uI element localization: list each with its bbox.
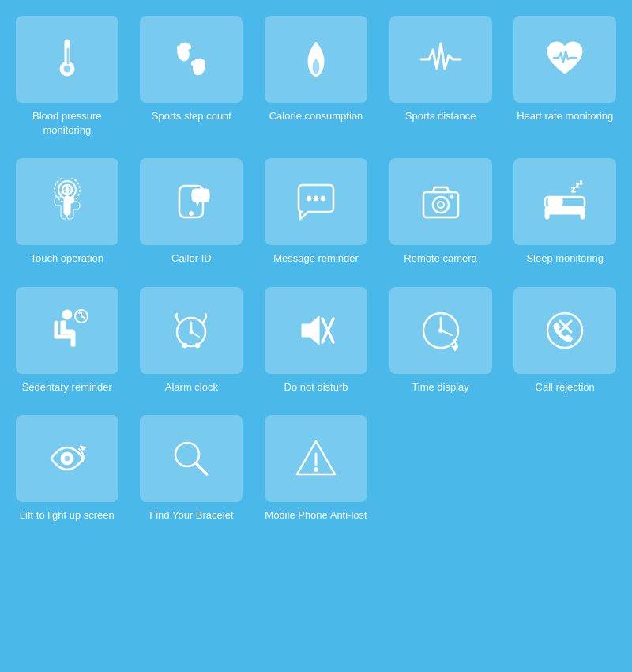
svg-rect-30	[545, 213, 549, 219]
sedentary-icon: 1	[43, 307, 91, 354]
remote-camera-label: Remote camera	[404, 251, 476, 266]
touch-icon-box	[16, 158, 118, 245]
lift-to-light-label: Lift to light up screen	[20, 508, 115, 523]
camera-icon	[417, 178, 465, 225]
call-rejection-label: Call rejection	[536, 380, 595, 395]
calorie-icon-box	[265, 16, 367, 103]
svg-point-48	[195, 343, 200, 348]
caller-id-icon: XXX	[167, 178, 215, 225]
svg-rect-38	[55, 335, 72, 338]
row-spacer-2	[8, 273, 624, 281]
find-icon	[167, 435, 215, 482]
sedentary-icon-box: 1	[16, 287, 118, 374]
svg-point-60	[64, 455, 70, 462]
message-icon	[292, 178, 340, 225]
sports-step-icon	[167, 36, 215, 83]
svg-marker-54	[452, 346, 458, 351]
camera-icon-box	[389, 158, 492, 245]
alarm-icon-box	[140, 287, 243, 374]
find-bracelet-label: Find Your Bracelet	[149, 508, 233, 523]
calorie-label: Calorie consumption	[269, 109, 363, 123]
feature-caller-id: XXX Caller ID	[133, 158, 251, 266]
svg-point-23	[314, 196, 318, 201]
find-icon-box	[140, 415, 243, 502]
svg-line-63	[196, 463, 207, 474]
lift-icon-box	[16, 415, 118, 502]
sports-distance-label: Sports distance	[405, 109, 476, 123]
sports-step-label: Sports step count	[152, 109, 231, 123]
caller-id-label: Caller ID	[171, 251, 212, 266]
dnd-icon	[292, 307, 340, 354]
lift-icon	[43, 435, 91, 482]
svg-point-24	[321, 196, 325, 201]
svg-point-2	[63, 65, 71, 73]
sports-distance-icon-box	[389, 16, 492, 103]
feature-alarm-clock: Alarm clock	[133, 287, 251, 395]
svg-point-28	[450, 195, 453, 198]
time-icon-box	[389, 287, 492, 374]
row-spacer-1	[8, 144, 624, 152]
sleep-icon-box: Z Z Z	[514, 158, 616, 245]
time-display-label: Time display	[412, 380, 468, 395]
touch-icon	[43, 178, 91, 225]
svg-point-47	[182, 343, 187, 348]
svg-point-46	[190, 330, 193, 334]
svg-point-65	[314, 467, 318, 471]
feature-remote-camera: Remote camera	[382, 158, 500, 266]
feature-anti-lost: Mobile Phone Anti-lost	[257, 415, 375, 523]
heart-rate-icon-box	[514, 16, 616, 103]
svg-rect-29	[545, 206, 585, 214]
feature-heart-rate: Heart rate monitoring	[506, 16, 624, 138]
calorie-icon	[292, 36, 340, 83]
svg-point-22	[307, 196, 311, 201]
message-icon-box	[265, 158, 367, 245]
sports-distance-icon	[417, 36, 465, 83]
feature-find-bracelet: Find Your Bracelet	[133, 415, 251, 523]
svg-rect-31	[581, 213, 585, 219]
feature-touch-operation: Touch operation	[8, 158, 126, 266]
sleep-label: Sleep monitoring	[526, 251, 604, 266]
alarm-clock-label: Alarm clock	[165, 380, 218, 395]
feature-sports-distance: Sports distance	[382, 16, 500, 138]
svg-point-56	[547, 313, 582, 348]
heart-rate-label: Heart rate monitoring	[517, 109, 613, 123]
features-grid: Blood pressure monitoring Sports step co…	[8, 16, 624, 523]
call-reject-icon-box	[514, 287, 616, 374]
feature-sleep-monitoring: Z Z Z Sleep monitoring	[506, 158, 624, 266]
blood-pressure-label: Blood pressure monitoring	[16, 109, 118, 138]
blood-pressure-icon	[43, 36, 91, 83]
feature-sedentary-reminder: 1 Sedentary reminder	[8, 287, 126, 395]
antilost-icon	[292, 435, 340, 482]
touch-label: Touch operation	[31, 251, 104, 266]
feature-blood-pressure: Blood pressure monitoring	[8, 16, 126, 138]
call-reject-icon	[541, 307, 589, 354]
dnd-label: Do not disturb	[284, 380, 348, 395]
heart-rate-icon	[541, 36, 589, 83]
svg-point-18	[190, 212, 194, 216]
feature-message-reminder: Message reminder	[257, 158, 375, 266]
svg-rect-3	[66, 47, 70, 65]
row-spacer-3	[8, 401, 624, 409]
alarm-icon	[167, 307, 215, 354]
feature-lift-to-light: Lift to light up screen	[8, 415, 126, 523]
svg-point-36	[62, 310, 72, 319]
svg-point-27	[438, 202, 444, 208]
feature-do-not-disturb: Do not disturb	[257, 287, 375, 395]
feature-time-display: Time display	[382, 287, 500, 395]
sedentary-label: Sedentary reminder	[22, 380, 112, 395]
svg-rect-32	[548, 197, 562, 206]
svg-text:Z: Z	[580, 180, 582, 185]
dnd-icon-box	[265, 287, 367, 374]
sports-step-icon-box	[140, 16, 243, 103]
feature-sports-step: Sports step count	[133, 16, 251, 138]
antilost-icon-box	[265, 415, 367, 502]
svg-point-26	[433, 197, 449, 213]
message-label: Message reminder	[273, 251, 359, 266]
blood-pressure-icon-box	[16, 16, 118, 103]
anti-lost-label: Mobile Phone Anti-lost	[265, 508, 367, 523]
sleep-icon: Z Z Z	[541, 178, 589, 225]
svg-text:XXX: XXX	[196, 193, 207, 198]
caller-id-icon-box: XXX	[140, 158, 243, 245]
svg-marker-20	[196, 202, 199, 206]
time-icon	[417, 307, 465, 354]
